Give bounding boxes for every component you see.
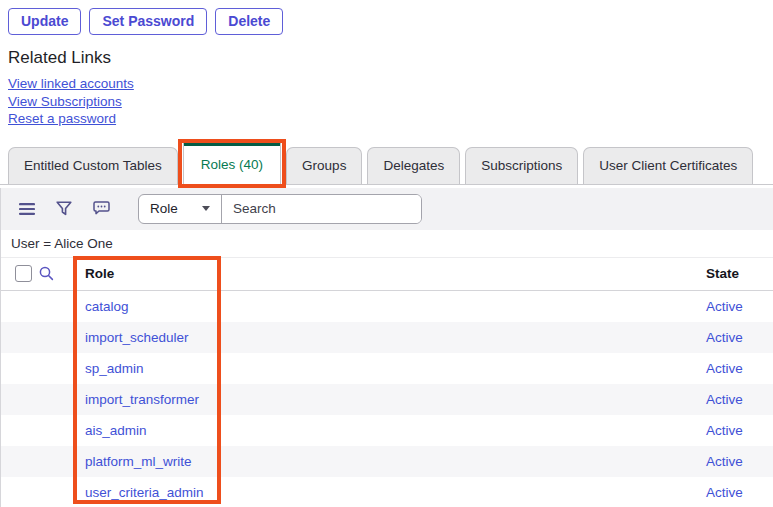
state-link[interactable]: Active bbox=[706, 330, 743, 345]
roles-list: Role User = Alice One Role bbox=[0, 188, 773, 507]
table-row: user_criteria_admin Active bbox=[1, 477, 773, 507]
state-link[interactable]: Active bbox=[706, 423, 743, 438]
column-header-role[interactable]: Role bbox=[69, 266, 703, 281]
tab-user-client-certificates[interactable]: User Client Certificates bbox=[583, 147, 753, 184]
table-row: import_scheduler Active bbox=[1, 322, 773, 353]
tab-groups[interactable]: Groups bbox=[286, 147, 362, 184]
state-link[interactable]: Active bbox=[706, 485, 743, 500]
related-lists-tab-bar: Entitled Custom Tables Roles (40) Groups… bbox=[0, 138, 773, 185]
role-link[interactable]: ais_admin bbox=[85, 423, 147, 438]
filter-button[interactable] bbox=[56, 201, 72, 216]
role-link[interactable]: sp_admin bbox=[85, 361, 144, 376]
comment-button[interactable] bbox=[93, 201, 110, 216]
table-row: ais_admin Active bbox=[1, 415, 773, 446]
table-row: import_transformer Active bbox=[1, 384, 773, 415]
table-row: sp_admin Active bbox=[1, 353, 773, 384]
state-link[interactable]: Active bbox=[706, 299, 743, 314]
tab-delegates[interactable]: Delegates bbox=[367, 147, 460, 184]
select-all-checkbox[interactable] bbox=[15, 265, 32, 282]
comment-icon bbox=[93, 201, 110, 216]
list-menu-icon bbox=[19, 202, 35, 216]
update-button[interactable]: Update bbox=[8, 8, 81, 35]
role-link[interactable]: catalog bbox=[85, 299, 129, 314]
action-button-bar: Update Set Password Delete bbox=[0, 0, 773, 35]
table-row: catalog Active bbox=[1, 291, 773, 322]
user-record-page: Update Set Password Delete Related Links… bbox=[0, 0, 773, 507]
role-link[interactable]: user_criteria_admin bbox=[85, 485, 204, 500]
role-link[interactable]: import_scheduler bbox=[85, 330, 189, 345]
search-column-select[interactable]: Role bbox=[139, 195, 222, 223]
view-subscriptions-link[interactable]: View Subscriptions bbox=[8, 93, 122, 111]
breadcrumb: User = Alice One bbox=[1, 230, 773, 258]
tab-roles-label: Roles (40) bbox=[201, 157, 263, 172]
list-toolbar: Role bbox=[1, 188, 773, 230]
search-icon bbox=[39, 266, 69, 281]
search-control: Role bbox=[138, 194, 422, 224]
state-link[interactable]: Active bbox=[706, 392, 743, 407]
related-links-section: Related Links View linked accounts View … bbox=[0, 35, 773, 128]
tab-roles[interactable]: Roles (40) bbox=[183, 141, 281, 185]
delete-button[interactable]: Delete bbox=[215, 8, 283, 35]
filter-icon bbox=[56, 201, 72, 216]
tab-entitled-custom-tables[interactable]: Entitled Custom Tables bbox=[8, 147, 178, 184]
set-password-button[interactable]: Set Password bbox=[89, 8, 207, 35]
breadcrumb-text: User = Alice One bbox=[11, 236, 113, 251]
role-link[interactable]: platform_ml_write bbox=[85, 454, 192, 469]
state-link[interactable]: Active bbox=[706, 361, 743, 376]
chevron-down-icon bbox=[202, 206, 210, 211]
column-header-state[interactable]: State bbox=[703, 266, 773, 281]
search-input[interactable] bbox=[222, 195, 421, 223]
tab-subscriptions[interactable]: Subscriptions bbox=[465, 147, 578, 184]
reset-a-password-link[interactable]: Reset a password bbox=[8, 110, 116, 128]
table-row: platform_ml_write Active bbox=[1, 446, 773, 477]
table-header-row: Role State bbox=[1, 258, 773, 291]
view-linked-accounts-link[interactable]: View linked accounts bbox=[8, 75, 134, 93]
search-column-value: Role bbox=[150, 201, 178, 216]
related-links-heading: Related Links bbox=[8, 48, 773, 68]
column-search-toggle[interactable] bbox=[39, 266, 69, 281]
state-link[interactable]: Active bbox=[706, 454, 743, 469]
role-link[interactable]: import_transformer bbox=[85, 392, 199, 407]
list-menu-button[interactable] bbox=[19, 202, 35, 216]
table-body: catalog Active import_scheduler Active s… bbox=[1, 291, 773, 507]
